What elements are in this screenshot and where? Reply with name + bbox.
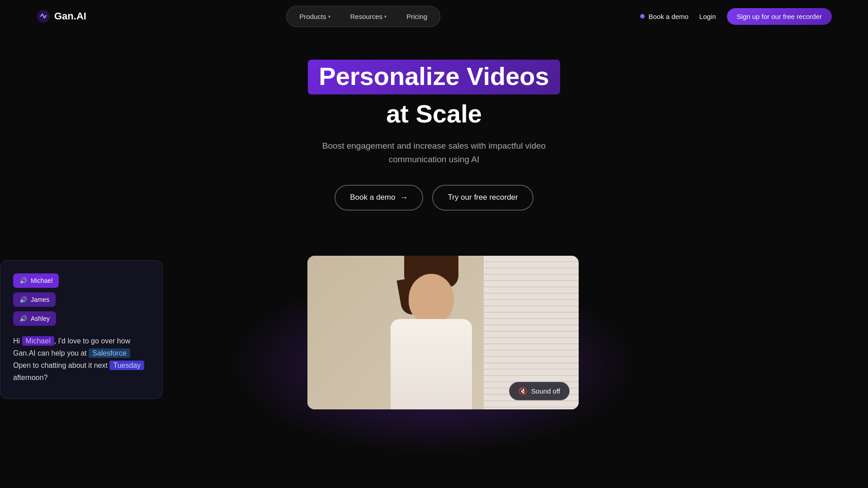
book-demo-button[interactable]: Book a demo →	[335, 185, 423, 211]
sound-off-icon: 🔇	[519, 387, 528, 395]
try-recorder-button[interactable]: Try our free recorder	[432, 185, 533, 211]
company-highlight: Salesforce	[89, 348, 130, 358]
video-section: 🔊 Michael 🔊 James 🔊 Ashley Hi Michael, I…	[0, 256, 868, 409]
name-highlight: Michael	[22, 336, 54, 346]
arrow-right-icon: →	[400, 193, 408, 202]
hero-buttons: Book a demo → Try our free recorder	[9, 185, 859, 211]
video-player[interactable]: 🔇 Sound off	[307, 256, 579, 409]
persona-card: 🔊 Michael 🔊 James 🔊 Ashley Hi Michael, I…	[0, 260, 163, 399]
hero-subtitle: Boost engagement and increase sales with…	[316, 139, 552, 167]
hero-title-main: at Scale	[9, 99, 859, 128]
logo-icon	[36, 9, 51, 23]
nav-pricing[interactable]: Pricing	[397, 9, 436, 24]
person-body	[391, 319, 472, 409]
login-button[interactable]: Login	[699, 13, 716, 20]
day-highlight: Tuesday	[109, 361, 144, 370]
persona-ashley-button[interactable]: 🔊 Ashley	[13, 311, 56, 326]
chevron-down-icon: ▾	[328, 14, 330, 19]
nav-menu: Products ▾ Resources ▾ Pricing	[286, 6, 440, 27]
logo[interactable]: Gan.AI	[36, 9, 86, 23]
nav-products[interactable]: Products ▾	[290, 9, 339, 24]
speaker-icon: 🔊	[19, 277, 27, 284]
speaker-icon: 🔊	[19, 315, 27, 322]
logo-text: Gan.AI	[54, 10, 86, 22]
persona-message: Hi Michael, I'd love to go over how Gan.…	[13, 335, 150, 384]
persona-names-list: 🔊 Michael 🔊 James 🔊 Ashley	[13, 273, 150, 326]
persona-james-button[interactable]: 🔊 James	[13, 292, 56, 307]
book-demo-nav-button[interactable]: Book a demo	[640, 13, 688, 20]
speaker-icon: 🔊	[19, 296, 27, 303]
demo-dot-icon	[640, 14, 645, 19]
hero-title-highlight: Personalize Videos	[308, 60, 560, 94]
navbar: Gan.AI Products ▾ Resources ▾ Pricing Bo…	[0, 0, 868, 33]
person-figure	[373, 265, 490, 409]
nav-right: Book a demo Login Sign up for our free r…	[640, 8, 832, 25]
person-head	[409, 274, 454, 324]
persona-michael-button[interactable]: 🔊 Michael	[13, 273, 59, 288]
hero-section: Personalize Videos at Scale Boost engage…	[0, 33, 868, 256]
signup-button[interactable]: Sign up for our free recorder	[727, 8, 832, 25]
nav-resources[interactable]: Resources ▾	[341, 9, 396, 24]
sound-off-button[interactable]: 🔇 Sound off	[509, 382, 570, 400]
chevron-down-icon: ▾	[384, 14, 387, 19]
